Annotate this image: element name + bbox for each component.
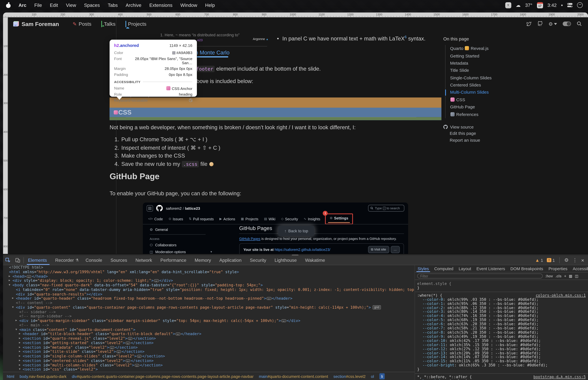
search-icon[interactable] <box>577 21 582 26</box>
styles-tab[interactable]: Properties <box>546 265 570 272</box>
toc-item[interactable]: Multi-Column Slides <box>446 89 579 96</box>
toc-item[interactable]: Getting Started <box>446 52 579 60</box>
toc-view-source[interactable]: View source <box>443 124 579 130</box>
menu-clock[interactable]: 3:42 <box>547 2 557 8</box>
repo-nav-tab[interactable]: ⊙Issues <box>167 216 185 222</box>
devtools-tab[interactable]: Elements <box>25 255 52 265</box>
menu-file[interactable]: File <box>34 2 42 8</box>
repo-nav-tab[interactable]: ⇅Pull requests <box>187 216 215 222</box>
calendar-icon[interactable]: 17 <box>537 2 543 8</box>
devtools-tab[interactable]: Console <box>82 255 107 265</box>
repo-nav-tab[interactable]: ▤Wiki <box>263 216 277 222</box>
repo-nav-tab[interactable]: ▶Actions <box>218 216 237 222</box>
toc-item[interactable]: References <box>446 111 579 118</box>
visit-site-button[interactable]: ⧉ Visit site <box>368 246 389 253</box>
menu-extensions[interactable]: Extensions <box>149 2 172 8</box>
inspect-element-icon[interactable] <box>3 255 13 265</box>
stylesheet-link[interactable]: bootstrap-d…k.min.css:5 <box>533 375 586 379</box>
repo-nav-tab[interactable]: </>Code <box>147 216 164 222</box>
site-brand[interactable]: SF Sam Foreman <box>13 20 59 27</box>
breadcrumb-item[interactable]: html <box>7 374 14 379</box>
menu-archive[interactable]: Archive <box>126 2 141 8</box>
theme-gear-dropdown[interactable]: ⚙ <box>548 21 557 27</box>
back-to-top-button[interactable]: ↑Back to top <box>278 226 314 236</box>
repo-nav-tab[interactable]: ∿Insights <box>302 216 322 222</box>
repo-breadcrumb[interactable]: saforem2/lattice23 <box>166 206 200 210</box>
menu-view[interactable]: View <box>66 2 76 8</box>
toc-item[interactable]: GitHub Page <box>446 103 579 111</box>
github-logo-icon[interactable] <box>156 205 163 211</box>
apple-menu-icon[interactable] <box>6 2 11 8</box>
menu-spaces[interactable]: Spaces <box>84 2 100 8</box>
toc-item[interactable]: Quarto Reveal.js <box>446 45 579 52</box>
menu-help[interactable]: Help <box>205 2 215 8</box>
site-nav-item[interactable]: Talks <box>101 21 115 27</box>
menu-window[interactable]: Window <box>180 2 197 8</box>
github-search-input[interactable]: Type / to search <box>368 205 404 211</box>
styles-tab[interactable]: Layout <box>456 265 474 272</box>
issues-indicator[interactable]: ! 1 <box>547 258 555 263</box>
devtools-tab[interactable]: Wakatime <box>302 255 330 265</box>
devtools-close-icon[interactable]: × <box>581 257 584 263</box>
class-toggle[interactable]: .cls <box>555 274 562 278</box>
styles-filter-input[interactable] <box>417 273 543 278</box>
control-center-icon[interactable] <box>567 3 572 7</box>
panel-layout-icon[interactable]: ◫ <box>575 274 578 278</box>
repo-nav-tab[interactable]: ◇Security <box>280 216 300 222</box>
toc-report-issue[interactable]: Report an issue <box>443 137 579 143</box>
new-rule-button[interactable]: + <box>564 274 566 278</box>
hover-state-toggle[interactable]: :hov <box>545 274 553 278</box>
elements-tree-panel[interactable]: <!DOCTYPE html><html xmlns="http://www.w… <box>3 265 415 372</box>
devtools-tab[interactable]: Security <box>247 255 271 265</box>
repo-nav-tab[interactable]: ▦Projects <box>239 216 260 222</box>
devtools-tab[interactable]: Performance <box>157 255 191 265</box>
contrast-toggle[interactable] <box>563 21 571 26</box>
styles-tab[interactable]: Accessibility <box>570 265 588 272</box>
toc-item[interactable]: Title Slide <box>446 67 579 74</box>
toc-item[interactable]: Single-Column Slides <box>446 74 579 81</box>
breadcrumb-item[interactable]: body.nav-fixed.quarto-dark <box>19 374 66 379</box>
styles-tab[interactable]: Event Listeners <box>474 265 508 272</box>
trident-tray-icon[interactable]: ♆ <box>505 2 511 8</box>
devtools-settings-icon[interactable]: ⚙ <box>564 257 569 263</box>
styles-rules[interactable]: element.style {}:where(*) {colors-oklch.… <box>415 280 588 380</box>
stylesheet-link[interactable]: colors-oklch.min.css:1 <box>536 293 586 298</box>
warnings-indicator[interactable]: ▲ 1 <box>535 257 543 263</box>
settings-sidebar-moderation[interactable]: ◫Moderation options▾ <box>150 250 212 254</box>
kebab-menu-icon[interactable]: ⋮ <box>572 257 577 263</box>
breadcrumb-item[interactable]: main#quarto-document-content.content <box>259 374 328 379</box>
github-icon[interactable] <box>537 21 543 26</box>
menu-edit[interactable]: Edit <box>50 2 58 8</box>
toc-edit-page[interactable]: Edit this page <box>443 130 579 137</box>
settings-sidebar-general[interactable]: ⚙General <box>150 228 212 232</box>
styles-tab[interactable]: DOM Breakpoints <box>508 265 546 272</box>
menu-tabs[interactable]: Tabs <box>108 2 118 8</box>
menu-arc[interactable]: Arc <box>19 2 26 8</box>
device-toolbar-icon[interactable] <box>13 255 23 265</box>
site-nav-item[interactable]: ✎ Posts <box>73 21 91 27</box>
repo-nav-tab-settings[interactable]: ⚙Settings <box>328 215 350 221</box>
breadcrumb-item[interactable]: div#quarto-content.quarto-container.page… <box>72 374 253 379</box>
devtools-tab[interactable]: Sources <box>107 255 132 265</box>
styles-tab[interactable]: Styles <box>415 265 432 272</box>
devtools-tab[interactable]: Recorder⚗ <box>52 255 82 265</box>
hamburger-menu-icon[interactable] <box>147 205 153 211</box>
toc-item[interactable]: CSS <box>446 96 579 103</box>
devtools-tab[interactable]: Application <box>216 255 247 265</box>
devtools-vertical-ruler: 100200300400500600700800 <box>3 18 8 254</box>
more-options-button[interactable]: … <box>391 246 400 253</box>
breadcrumb-item[interactable]: ol <box>371 374 374 379</box>
breadcrumb-item[interactable]: section#css.level2 <box>333 374 366 379</box>
devtools-tab[interactable]: Network <box>132 255 157 265</box>
toc-item[interactable]: Centered Slides <box>446 81 579 89</box>
settings-sidebar-collaborators[interactable]: ⚇Collaborators <box>150 243 212 247</box>
site-nav-item[interactable]: Projects <box>125 21 146 27</box>
siri-circle-icon[interactable] <box>577 2 583 8</box>
paint-icon[interactable]: ▥ <box>569 274 572 278</box>
twitter-icon[interactable] <box>526 21 532 26</box>
devtools-tab[interactable]: Lighthouse <box>271 255 302 265</box>
breadcrumb-item[interactable]: li <box>379 373 385 379</box>
styles-tab[interactable]: Computed <box>432 265 456 272</box>
devtools-tab[interactable]: Memory <box>191 255 216 265</box>
toc-item[interactable]: Metadata <box>446 60 579 67</box>
